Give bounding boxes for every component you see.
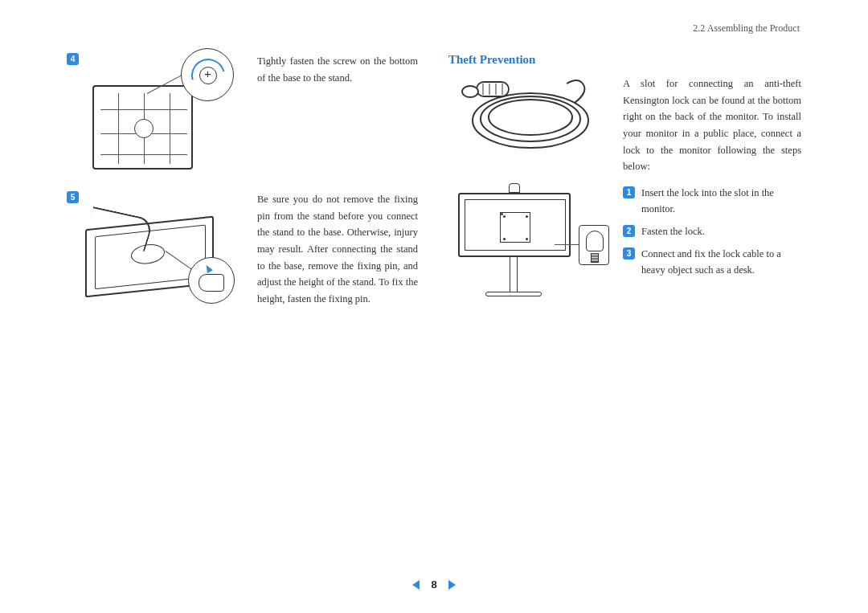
step-text: Fasten the lock. [641,223,801,239]
step-num: 1 [623,186,635,198]
step-num: 2 [623,225,635,237]
step-5-text: Be sure you do not remove the fixing pin… [257,191,418,307]
base-plate-icon [92,85,193,170]
svg-rect-3 [477,82,509,96]
monitor-back-icon [458,193,571,257]
theft-prevention-steps: 1 Insert the lock into the slot in the m… [623,185,801,284]
section-header: 2.2 Assembling the Product [693,22,800,35]
step-4-text: Tightly fasten the screw on the bottom o… [257,53,418,86]
pin-callout-icon [188,257,235,304]
diagram-base-screw [84,53,241,178]
step-text: Insert the lock into the slot in the mon… [641,185,801,217]
page-navigation: 8 [0,578,868,591]
list-item: 1 Insert the lock into the slot in the m… [623,185,801,217]
step-num: 3 [623,247,635,260]
svg-point-2 [489,100,572,135]
next-page-icon[interactable] [448,580,456,590]
screw-callout-icon [181,48,234,101]
step-badge-4: 4 [67,53,79,65]
list-item: 3 Connect and fix the lock cable to a he… [623,246,801,278]
svg-point-8 [462,86,478,97]
lock-callout-icon [579,225,609,265]
prev-page-icon[interactable] [412,580,420,590]
page-number: 8 [431,578,436,591]
step-text: Connect and fix the lock cable to a heav… [641,246,801,278]
theft-prevention-intro: A slot for connecting an anti-theft Kens… [623,76,801,175]
diagram-lock-cable [446,71,607,163]
diagram-monitor-lock [450,185,611,305]
theft-prevention-heading: Theft Prevention [448,53,535,67]
diagram-stand-pin [77,194,246,315]
list-item: 2 Fasten the lock. [623,223,801,239]
